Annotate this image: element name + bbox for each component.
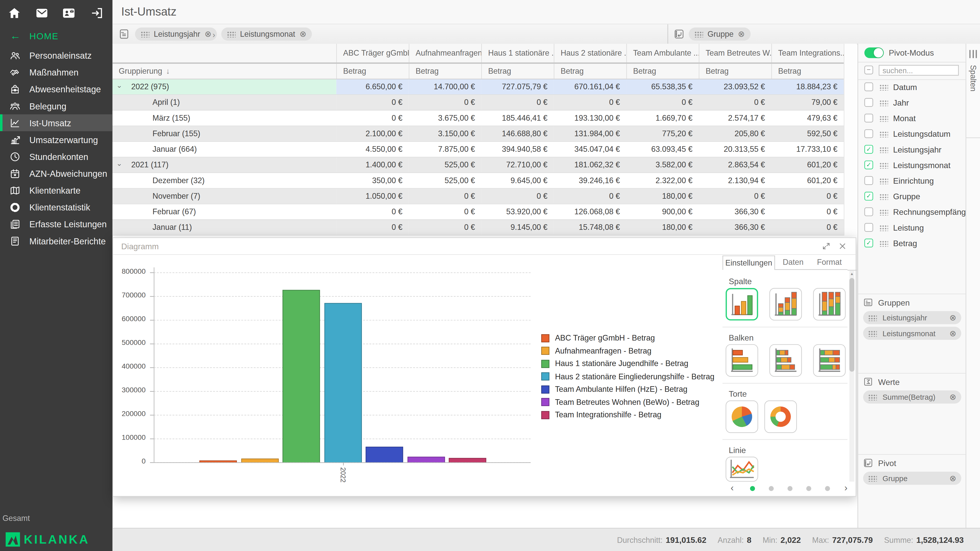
value-cell[interactable]: 0 € <box>626 95 699 110</box>
drag-handle-icon[interactable] <box>868 330 877 336</box>
value-cell[interactable]: 479,63 € <box>771 110 844 125</box>
value-cell[interactable]: 9.645,00 € <box>481 173 554 188</box>
value-cell[interactable]: 205,80 € <box>699 126 771 141</box>
row-group-cell[interactable]: November (7) <box>113 189 336 204</box>
value-cell[interactable]: 193.130,00 € <box>554 110 626 125</box>
grid-scrollbar-gutter[interactable] <box>844 44 857 235</box>
value-cell[interactable]: 670.161,04 € <box>554 79 626 94</box>
field-checkbox[interactable]: ✓ <box>864 145 873 154</box>
pivot-mode-toggle[interactable] <box>864 48 884 58</box>
value-column-header[interactable]: Betrag <box>409 64 481 79</box>
mail-icon[interactable] <box>35 6 49 20</box>
column-group-header[interactable]: Aufnahmeanfragen <box>409 44 481 62</box>
value-cell[interactable]: 72.710,00 € <box>481 157 554 172</box>
field-row-gruppe[interactable]: ✓Gruppe <box>858 189 966 204</box>
value-cell[interactable]: 180,00 € <box>626 189 699 204</box>
field-row-monat[interactable]: Monat <box>858 110 966 126</box>
bar-abc-tr-ger-ggmbh-betrag[interactable] <box>199 460 237 462</box>
value-cell[interactable]: 79,00 € <box>771 95 844 110</box>
legend-item[interactable]: Aufnahmeanfragen - Betrag <box>541 345 714 357</box>
panel-chip-leistungsmonat[interactable]: Leistungsmonat⊗ <box>863 327 961 340</box>
value-cell[interactable]: 0 € <box>554 189 626 204</box>
value-column-header[interactable]: Betrag <box>626 64 699 79</box>
value-cell[interactable]: 0 € <box>409 95 481 110</box>
table-row-februar-155[interactable]: Februar (155)2.100,00 €3.150,00 €146.688… <box>113 126 856 142</box>
column-group-header[interactable]: ABC Träger gGmbH <box>336 44 409 62</box>
bar-team-ambulante-hilfen-hze-betrag[interactable] <box>366 447 403 462</box>
chevron-down-icon[interactable]: › <box>112 164 127 166</box>
value-cell[interactable]: 2.100,00 € <box>336 126 409 141</box>
value-cell[interactable]: 2.574,17 € <box>699 110 771 125</box>
row-group-cell[interactable]: ›2022 (975) <box>113 79 336 94</box>
chart-type-donut[interactable] <box>764 400 797 433</box>
value-cell[interactable]: 15.748,08 € <box>554 220 626 235</box>
field-checkbox[interactable] <box>864 114 873 122</box>
field-row-leistungsmonat[interactable]: ✓Leistungsmonat <box>858 157 966 173</box>
bar-team-betreutes-wohnen-bewo-betrag[interactable] <box>407 457 445 462</box>
group-chip-leistungsjahr[interactable]: Leistungsjahr ⊗ <box>135 27 217 41</box>
tab-spalten[interactable]: Spalten <box>966 44 980 138</box>
drag-handle-icon[interactable] <box>868 475 877 481</box>
row-group-cell[interactable]: Februar (67) <box>113 204 336 219</box>
value-cell[interactable]: 3.582,00 € <box>626 157 699 172</box>
pager-dot-4[interactable] <box>806 486 811 491</box>
field-row-rechnungsempf-nger[interactable]: Rechnungsempfänger <box>858 204 966 220</box>
sidebar-item-umsatzerwartung[interactable]: Umsatzerwartung <box>0 131 113 148</box>
value-cell[interactable]: 0 € <box>336 204 409 219</box>
value-cell[interactable]: 3.675,00 € <box>409 110 481 125</box>
value-cell[interactable]: 4.550,00 € <box>336 142 409 157</box>
value-cell[interactable]: 0 € <box>409 204 481 219</box>
bar-haus-2-station-re-eingliederungshilfe-betrag[interactable] <box>324 303 362 462</box>
tab-daten[interactable]: Daten <box>775 256 811 270</box>
drag-handle-icon[interactable] <box>880 194 888 200</box>
expand-dialog-icon[interactable] <box>822 242 830 251</box>
value-cell[interactable]: 0 € <box>554 95 626 110</box>
sidebar-item-mitarbeiter-berichte[interactable]: Mitarbeiter-Berichte <box>0 232 113 249</box>
value-cell[interactable]: 131.984,00 € <box>554 126 626 141</box>
value-column-header[interactable]: Betrag <box>699 64 771 79</box>
drag-handle-icon[interactable] <box>868 394 877 400</box>
table-row-januar-11[interactable]: Januar (11)0 €0 €9.145,00 €15.748,08 €18… <box>113 220 856 235</box>
sidebar-item-erfasste-leistungen[interactable]: Erfasste Leistungen <box>0 216 113 232</box>
group-list-icon[interactable] <box>119 29 129 40</box>
value-cell[interactable]: 345.047,04 € <box>554 142 626 157</box>
value-cell[interactable]: 525,00 € <box>409 173 481 188</box>
sidebar-item-klientenstatistik[interactable]: Klientenstatistik <box>0 199 113 216</box>
table-row-november-7[interactable]: November (7)1.050,00 €0 €0 €0 €180,00 €0… <box>113 189 856 204</box>
value-cell[interactable]: 0 € <box>409 189 481 204</box>
value-cell[interactable]: 900,00 € <box>626 204 699 219</box>
value-cell[interactable]: 181.062,32 € <box>554 157 626 172</box>
row-group-column-header[interactable]: Gruppierung↓ <box>113 64 336 79</box>
value-cell[interactable]: 65.538,35 € <box>626 79 699 94</box>
legend-item[interactable]: ABC Träger gGmbH - Betrag <box>541 332 714 345</box>
value-cell[interactable]: 7.875,00 € <box>409 142 481 157</box>
home-icon[interactable] <box>7 6 21 20</box>
table-row-2022-975[interactable]: ›2022 (975)6.650,00 €14.700,00 €727.075,… <box>113 79 856 95</box>
close-dialog-icon[interactable] <box>838 242 847 251</box>
pivot-icon[interactable] <box>674 29 684 40</box>
value-cell[interactable]: 592,50 € <box>771 126 844 141</box>
value-cell[interactable]: 525,00 € <box>409 157 481 172</box>
value-column-header[interactable]: Betrag <box>554 64 626 79</box>
value-cell[interactable]: 3.150,00 € <box>409 126 481 141</box>
scrollbar-up-arrow[interactable]: ▲ <box>850 272 854 275</box>
pivot-chip-gruppe[interactable]: Gruppe ⊗ <box>689 27 750 41</box>
field-row-betrag[interactable]: ✓Betrag <box>858 235 966 251</box>
value-cell[interactable]: 0 € <box>336 95 409 110</box>
column-group-header[interactable]: Team Betreutes W... <box>699 44 771 62</box>
field-search-input[interactable] <box>879 65 959 76</box>
value-cell[interactable]: 0 € <box>771 220 844 235</box>
bar-team-integrationshilfe-betrag[interactable] <box>449 458 486 462</box>
table-row-april-1[interactable]: April (1)0 €0 €0 €0 €0 €0 €79,00 € <box>113 95 856 110</box>
value-cell[interactable]: 601,20 € <box>771 157 844 172</box>
value-cell[interactable]: 18.884,23 € <box>771 79 844 94</box>
remove-chip-icon[interactable]: ⊗ <box>950 392 956 402</box>
drag-handle-icon[interactable] <box>880 84 888 91</box>
value-cell[interactable]: 53.920,00 € <box>481 204 554 219</box>
pager-next-icon[interactable]: › <box>845 483 848 493</box>
panel-chip-summe-betrag[interactable]: Summe(Betrag)⊗ <box>863 391 961 403</box>
remove-chip-icon[interactable]: ⊗ <box>950 329 956 338</box>
field-checkbox[interactable]: ✓ <box>864 192 873 200</box>
remove-chip-icon[interactable]: ⊗ <box>950 313 956 322</box>
field-row-einrichtung[interactable]: Einrichtung <box>858 173 966 189</box>
